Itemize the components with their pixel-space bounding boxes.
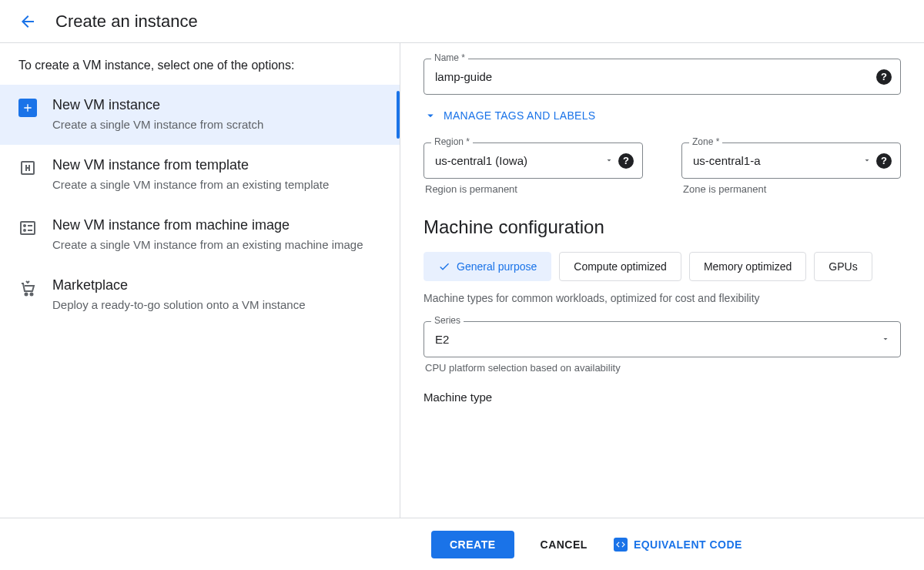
intro-text: To create a VM instance, select one of t… [0,59,400,85]
option-from-machine-image[interactable]: New VM instance from machine image Creat… [0,205,400,265]
svg-point-9 [25,293,28,296]
name-input[interactable] [424,59,901,95]
tab-compute-optimized[interactable]: Compute optimized [559,252,681,281]
tab-memory-optimized[interactable]: Memory optimized [689,252,806,281]
options-panel: To create a VM instance, select one of t… [0,43,400,518]
check-icon [438,260,450,273]
arrow-left-icon [18,12,37,31]
template-icon [18,159,37,177]
series-helper: CPU platform selection based on availabi… [424,362,901,374]
option-list: New VM instance Create a single VM insta… [0,85,400,325]
name-field-wrap: Name * ? [424,59,901,95]
option-desc: Create a single VM instance from scratch [52,116,263,132]
page-header: Create an instance [0,0,924,43]
chevron-down-icon [862,155,872,167]
option-title: New VM instance [52,97,263,113]
option-marketplace[interactable]: Marketplace Deploy a ready-to-go solutio… [0,265,400,325]
chevron-down-icon [604,155,614,167]
option-desc: Create a single VM instance from an exis… [52,176,329,193]
series-field: Series E2 [424,321,901,357]
option-title: New VM instance from machine image [52,217,363,233]
machine-config-heading: Machine configuration [424,216,901,238]
region-helper: Region is permanent [424,183,643,195]
page-title: Create an instance [55,12,198,32]
zone-field: Zone * us-central1-a ? [681,142,901,179]
option-desc: Create a single VM instance from an exis… [52,236,363,253]
help-icon[interactable]: ? [618,153,634,169]
svg-rect-4 [21,222,35,234]
machine-type-label: Machine type [424,391,901,404]
form-panel: Name * ? MANAGE TAGS AND LABELS Region *… [400,43,924,518]
option-title: New VM instance from template [52,157,329,173]
name-label: Name * [431,52,468,63]
machine-family-tabs: General purpose Compute optimized Memory… [424,252,901,281]
series-select[interactable]: E2 [424,321,901,357]
manage-tags-label: MANAGE TAGS AND LABELS [444,109,595,122]
region-field: Region * us-central1 (Iowa) ? [424,142,643,179]
zone-label: Zone * [689,136,722,147]
cart-icon [18,279,37,297]
option-title: Marketplace [52,277,306,293]
back-button[interactable] [18,12,37,31]
content-area: To create a VM instance, select one of t… [0,43,924,518]
plus-icon [18,99,37,117]
region-label: Region * [431,136,473,147]
option-from-template[interactable]: New VM instance from template Create a s… [0,145,400,205]
svg-point-10 [31,293,33,296]
option-new-vm[interactable]: New VM instance Create a single VM insta… [0,85,400,145]
help-icon[interactable]: ? [876,69,892,85]
help-icon[interactable]: ? [876,153,892,169]
manage-tags-toggle[interactable]: MANAGE TAGS AND LABELS [424,109,901,122]
svg-point-5 [24,225,25,226]
chevron-down-icon [424,109,437,122]
zone-helper: Zone is permanent [681,183,901,195]
option-desc: Deploy a ready-to-go solution onto a VM … [52,297,306,313]
tab-description: Machine types for common workloads, opti… [424,292,901,304]
machine-image-icon [18,219,37,237]
series-label: Series [431,315,464,326]
tab-gpus[interactable]: GPUs [814,252,872,281]
svg-point-6 [24,230,25,231]
chevron-down-icon [881,334,890,346]
tab-general-purpose[interactable]: General purpose [424,252,551,281]
